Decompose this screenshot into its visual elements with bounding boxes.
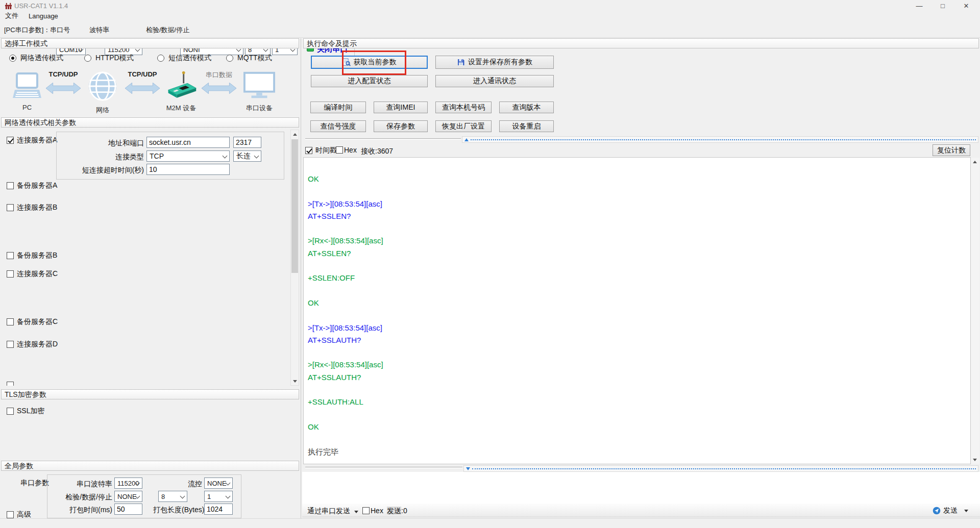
close-button[interactable]: ✕ (954, 0, 978, 11)
titlebar: USR-CAT1 V1.1.4 — □ ✕ (0, 0, 980, 11)
conn-type-label: 连接类型 (66, 153, 144, 162)
server-checkbox[interactable]: 备份服务器C (7, 317, 58, 326)
work-mode-radio[interactable]: 短信透传模式 (157, 54, 211, 63)
serial-device-monitor-icon (243, 71, 275, 100)
server-checkbox[interactable]: 连接服务器D (7, 340, 58, 349)
command-button[interactable]: 编译时间 (310, 102, 366, 113)
scroll-up-icon[interactable] (971, 158, 978, 166)
command-button[interactable]: 查询版本 (499, 102, 554, 113)
receive-log[interactable]: OK>[Tx->][08:53:54][asc]AT+SSLEN?>[Rx<-]… (303, 157, 971, 464)
checkbox-icon (305, 147, 312, 154)
server-checkbox-partial[interactable] (7, 382, 14, 386)
log-line: +SSLEN:OFF (308, 272, 966, 284)
serial-baud-select[interactable]: 115200 (114, 477, 142, 489)
chevron-down-icon (354, 511, 358, 513)
diagram-node-net-label: 网络 (88, 106, 117, 115)
log-line (308, 346, 966, 359)
checkbox-icon (362, 507, 370, 514)
menubar: 文件Language (0, 11, 980, 20)
scrollbar-thumb[interactable] (291, 139, 298, 273)
collapse-down-icon[interactable] (466, 467, 470, 470)
send-via-dropdown[interactable]: 通过串口发送 (307, 507, 358, 516)
reset-counter-button[interactable]: 复位计数 (933, 144, 970, 156)
serial-params-label: 串口参数 (20, 479, 51, 488)
checkbox-icon (336, 146, 343, 154)
send-hex-checkbox[interactable]: Hex (362, 507, 383, 515)
separator-line (305, 467, 462, 468)
maximize-button[interactable]: □ (931, 0, 954, 11)
menu-item[interactable]: 文件 (0, 11, 23, 20)
serial-parity-label: 检验/数据/停止 (60, 493, 112, 502)
command-button[interactable]: 设备重启 (499, 120, 554, 132)
diagram-node-pc-label: PC (13, 104, 41, 111)
collapse-up-icon[interactable] (464, 138, 469, 141)
checkbox-icon (7, 270, 14, 278)
server-checkbox[interactable]: 备份服务器A (7, 181, 57, 190)
panel-divider[interactable] (301, 38, 301, 518)
checkbox-icon (7, 204, 14, 211)
send-input-area[interactable] (302, 472, 980, 504)
flow-control-label: 流控 (174, 480, 202, 489)
flow-control-select[interactable]: NONE (204, 477, 233, 489)
scroll-down-icon[interactable] (291, 377, 299, 385)
work-mode-radio[interactable]: MQTT模式 (226, 54, 272, 63)
command-button[interactable]: 恢复出厂设置 (435, 120, 492, 132)
search-document-icon (342, 58, 351, 66)
diagram-link3-label: 串口数据 (202, 70, 236, 80)
keepalive-select[interactable]: 长连 (233, 150, 261, 162)
left-panel-scrollbar[interactable] (290, 130, 299, 386)
server-checkbox[interactable]: 连接服务器C (7, 269, 58, 279)
serial-parity-select[interactable]: NONE (114, 491, 142, 502)
ssl-checkbox[interactable]: SSL加密 (7, 407, 44, 416)
serial-data-bits-select[interactable]: 8 (158, 491, 187, 502)
server-a-checkbox[interactable]: 连接服务器A (7, 136, 57, 145)
minimize-button[interactable]: — (908, 0, 931, 11)
checkbox-icon (7, 137, 14, 144)
recv-count-label: 接收:3607 (361, 147, 393, 156)
m2m-device-icon (164, 70, 198, 102)
timeout-input[interactable] (146, 164, 230, 175)
log-line: >[Rx<-][08:53:54][asc] (308, 359, 966, 371)
pack-time-label: 打包时间(ms) (60, 506, 112, 515)
log-line: >[Tx->][08:53:54][asc] (308, 198, 966, 210)
set-save-params-button[interactable]: 设置并保存所有参数 (435, 56, 554, 69)
log-line: OK (308, 421, 966, 433)
scroll-down-icon[interactable] (971, 456, 978, 464)
log-top-splitter[interactable] (462, 136, 978, 143)
menu-item[interactable]: Language (23, 12, 63, 20)
port-input[interactable] (233, 137, 261, 148)
log-line (308, 433, 966, 445)
command-button[interactable]: 查询IMEI (374, 102, 428, 113)
pack-length-label: 打包长度(Bytes) (153, 506, 203, 515)
pack-time-input[interactable] (114, 504, 142, 515)
diagram-link2-label: TCP/UDP (125, 70, 160, 78)
server-checkbox[interactable]: 备份服务器B (7, 251, 57, 260)
enter-comm-button[interactable]: 进入通讯状态 (435, 75, 554, 87)
conn-type-select[interactable]: TCP (146, 150, 230, 162)
pack-length-input[interactable] (204, 504, 233, 515)
recv-hex-checkbox[interactable]: Hex (336, 146, 357, 154)
address-input[interactable] (146, 137, 230, 148)
server-checkbox[interactable]: 连接服务器B (7, 203, 57, 212)
log-scrollbar[interactable] (971, 158, 979, 464)
timestamp-checkbox[interactable]: 时间戳 (305, 146, 337, 155)
radio-icon (226, 55, 233, 62)
work-mode-radio[interactable]: HTTPD模式 (84, 54, 134, 63)
log-bottom-splitter[interactable] (463, 465, 978, 472)
serial-stop-bits-select[interactable]: 1 (204, 491, 233, 502)
send-button[interactable]: 发送 (933, 506, 968, 515)
work-mode-radio[interactable]: 网络透传模式 (9, 54, 63, 63)
command-button[interactable]: 查询本机号码 (435, 102, 492, 113)
arrow-left-right-icon (46, 82, 81, 95)
enter-config-button[interactable]: 进入配置状态 (311, 75, 428, 87)
command-button[interactable]: 查信号强度 (310, 120, 366, 132)
tls-header: TLS加密参数 (1, 389, 299, 399)
log-line: AT+SSLEN? (308, 210, 966, 222)
log-line: OK (308, 173, 966, 185)
log-line (308, 222, 966, 235)
get-params-button[interactable]: 获取当前参数 (311, 56, 428, 69)
scroll-up-icon[interactable] (291, 130, 299, 138)
chevron-down-icon (964, 510, 968, 512)
log-line: AT+SSLEN? (308, 247, 966, 260)
command-button[interactable]: 保存参数 (374, 120, 428, 132)
